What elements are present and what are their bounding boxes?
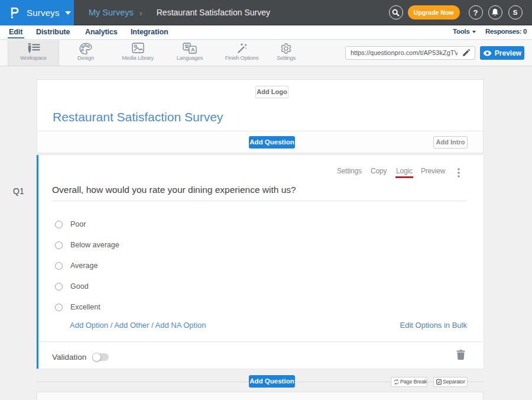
svg-text:A: A — [191, 47, 194, 53]
